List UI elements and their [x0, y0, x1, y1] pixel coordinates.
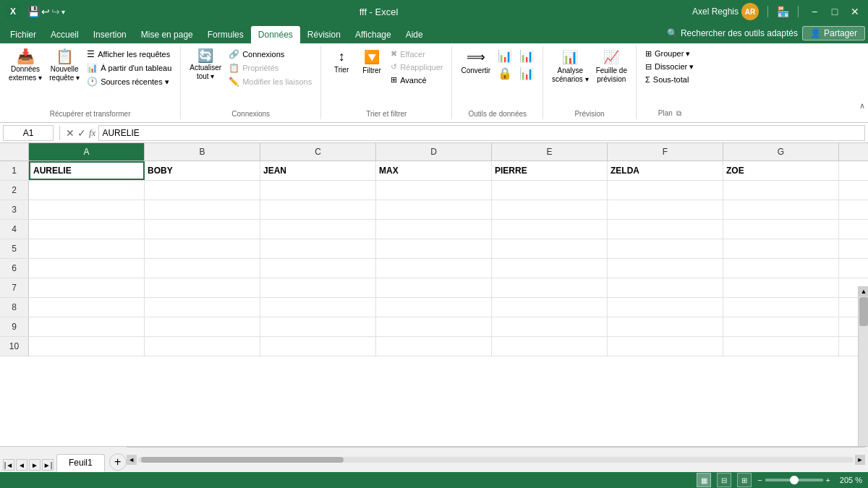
- btn-connexions[interactable]: 🔗 Connexions: [226, 48, 315, 61]
- row-num-3[interactable]: 3: [0, 200, 29, 219]
- confirm-icon[interactable]: ✓: [77, 127, 86, 139]
- cell-a1[interactable]: AURELIE: [29, 161, 145, 180]
- cell-f9[interactable]: [608, 317, 723, 336]
- minimize-button[interactable]: −: [807, 4, 822, 19]
- cell-g1[interactable]: ZOE: [723, 161, 839, 180]
- btn-convertir[interactable]: ⟹ Convertir: [458, 48, 493, 76]
- btn-sous-total[interactable]: Σ Sous-total: [642, 74, 697, 85]
- store-icon[interactable]: 🏪: [777, 6, 789, 17]
- cell-d5[interactable]: [376, 239, 492, 258]
- formula-input[interactable]: [98, 125, 865, 141]
- scroll-track[interactable]: [859, 296, 868, 446]
- cell-g3[interactable]: [723, 200, 839, 219]
- cell-d6[interactable]: [376, 259, 492, 278]
- btn-liaisons[interactable]: ✏️ Modifier les liaisons: [226, 75, 315, 88]
- hscroll-left[interactable]: ◄: [127, 455, 137, 465]
- cell-b3[interactable]: [145, 200, 260, 219]
- cell-e9[interactable]: [492, 317, 608, 336]
- cell-g5[interactable]: [723, 239, 839, 258]
- btn-reappliquer[interactable]: ↺ Réappliquer: [388, 61, 446, 73]
- btn-outils-2[interactable]: 📊: [516, 48, 537, 64]
- cell-e2[interactable]: [492, 181, 608, 200]
- cell-g7[interactable]: [723, 278, 839, 297]
- cell-c4[interactable]: [260, 220, 376, 239]
- cell-c3[interactable]: [260, 200, 376, 219]
- cell-b10[interactable]: [145, 337, 260, 356]
- cell-e3[interactable]: [492, 200, 608, 219]
- cell-f1[interactable]: ZELDA: [608, 161, 723, 180]
- tab-mise-en-page[interactable]: Mise en page: [134, 26, 200, 43]
- cell-f2[interactable]: [608, 181, 723, 200]
- cell-b4[interactable]: [145, 220, 260, 239]
- cell-c2[interactable]: [260, 181, 376, 200]
- vertical-scrollbar[interactable]: ▲ ▼: [858, 286, 868, 446]
- btn-trier[interactable]: ↕️ Trier: [327, 48, 356, 75]
- btn-actualiser[interactable]: 🔄 Actualisertout ▾: [187, 48, 224, 82]
- col-header-e[interactable]: E: [492, 143, 608, 160]
- view-page-btn[interactable]: ⊞: [737, 473, 752, 487]
- cell-g2[interactable]: [723, 181, 839, 200]
- tab-insertion[interactable]: Insertion: [86, 26, 134, 43]
- row-num-6[interactable]: 6: [0, 259, 29, 278]
- tab-affichage[interactable]: Affichage: [348, 26, 399, 43]
- cell-d10[interactable]: [376, 337, 492, 356]
- btn-outils-4[interactable]: 📊: [516, 65, 537, 82]
- btn-avance[interactable]: ⊞ Avancé: [388, 74, 446, 86]
- btn-dissocier[interactable]: ⊟ Dissocier ▾: [642, 61, 697, 73]
- cell-e6[interactable]: [492, 259, 608, 278]
- cell-f10[interactable]: [608, 337, 723, 356]
- sheet-nav-last[interactable]: ►|: [42, 459, 54, 471]
- cell-c9[interactable]: [260, 317, 376, 336]
- cell-b8[interactable]: [145, 298, 260, 317]
- row-num-2[interactable]: 2: [0, 181, 29, 200]
- undo-button[interactable]: ↩: [41, 6, 50, 17]
- cell-c6[interactable]: [260, 259, 376, 278]
- cancel-icon[interactable]: ✕: [66, 127, 75, 139]
- sheet-tab-feuil1[interactable]: Feuil1: [56, 454, 105, 472]
- cell-d9[interactable]: [376, 317, 492, 336]
- cell-g6[interactable]: [723, 259, 839, 278]
- btn-sources-recentes[interactable]: 🕐 Sources récentes ▾: [84, 75, 174, 88]
- cell-a10[interactable]: [29, 337, 145, 356]
- row-num-1[interactable]: 1: [0, 161, 29, 180]
- cell-a3[interactable]: [29, 200, 145, 219]
- row-num-7[interactable]: 7: [0, 278, 29, 297]
- col-header-g[interactable]: G: [723, 143, 839, 160]
- cell-f7[interactable]: [608, 278, 723, 297]
- help-search[interactable]: 🔍 Rechercher des outils adaptés: [667, 28, 798, 38]
- save-button[interactable]: 💾: [27, 6, 40, 17]
- cell-b2[interactable]: [145, 181, 260, 200]
- sheet-nav-prev[interactable]: ◄: [16, 459, 27, 471]
- row-num-10[interactable]: 10: [0, 337, 29, 356]
- tab-formules[interactable]: Formules: [200, 26, 251, 43]
- btn-analyse-scenarios[interactable]: 📊 Analysescénarios ▾: [549, 48, 592, 85]
- cell-reference[interactable]: [3, 125, 54, 141]
- sheet-tab-add[interactable]: +: [109, 453, 127, 471]
- cell-a2[interactable]: [29, 181, 145, 200]
- cell-d3[interactable]: [376, 200, 492, 219]
- tab-fichier[interactable]: Fichier: [3, 26, 43, 43]
- btn-effacer[interactable]: ✖ Effacer: [388, 48, 446, 60]
- col-header-c[interactable]: C: [260, 143, 376, 160]
- cell-c1[interactable]: JEAN: [260, 161, 376, 180]
- cell-d8[interactable]: [376, 298, 492, 317]
- cell-b1[interactable]: BOBY: [145, 161, 260, 180]
- cell-b6[interactable]: [145, 259, 260, 278]
- tab-aide[interactable]: Aide: [399, 26, 430, 43]
- col-header-d[interactable]: D: [376, 143, 492, 160]
- btn-grouper[interactable]: ⊞ Grouper ▾: [642, 48, 697, 60]
- sheet-nav-next[interactable]: ►: [29, 459, 41, 471]
- btn-donnees-externes[interactable]: 📥 Donnéesexternes ▾: [6, 48, 45, 84]
- btn-outils-1[interactable]: 📊: [495, 48, 515, 64]
- hscroll-right[interactable]: ►: [855, 455, 865, 465]
- zoom-in-btn[interactable]: +: [826, 476, 830, 484]
- cell-c5[interactable]: [260, 239, 376, 258]
- btn-feuille-prevision[interactable]: 📈 Feuille deprévision: [593, 48, 630, 85]
- view-normal-btn[interactable]: ▦: [697, 473, 711, 487]
- cell-e1[interactable]: PIERRE: [492, 161, 608, 180]
- tab-donnees[interactable]: Données: [251, 26, 300, 43]
- col-header-b[interactable]: B: [145, 143, 260, 160]
- btn-tableau[interactable]: 📊 À partir d'un tableau: [84, 61, 174, 74]
- hscroll-track[interactable]: [138, 457, 854, 463]
- cell-d2[interactable]: [376, 181, 492, 200]
